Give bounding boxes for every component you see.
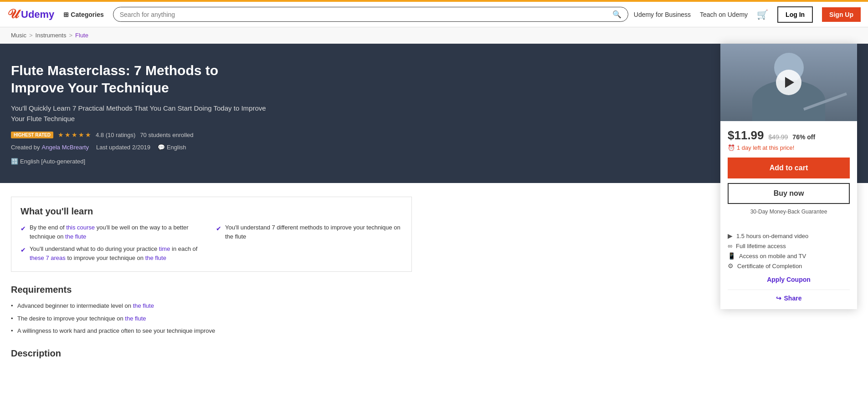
req-item-3: A willingness to work hard and practice … <box>11 326 412 336</box>
include-certificate: ⚙ Certificate of Completion <box>728 262 850 270</box>
certificate-icon: ⚙ <box>728 262 734 270</box>
star-4: ★ <box>78 131 84 138</box>
logo-text: Udemy <box>21 9 54 20</box>
apply-coupon: Apply Coupon <box>728 276 850 283</box>
description-section: Description <box>11 348 412 359</box>
stars: ★ ★ ★ ★ ★ <box>58 131 91 138</box>
include-mobile-text: Access on mobile and TV <box>739 253 806 259</box>
header: 𝒰 Udemy ⊞ Categories 🔍 Udemy for Busines… <box>0 2 868 27</box>
hero-content: Flute Masterclass: 7 Methods to Improve … <box>11 62 421 165</box>
hero-info: Created by Angela McBrearty Last updated… <box>11 144 266 165</box>
business-link[interactable]: Udemy for Business <box>634 11 691 18</box>
include-mobile: 📱 Access on mobile and TV <box>728 252 850 259</box>
created-by-label: Created by <box>11 144 40 151</box>
hero-section: 🎁 Gift This Course 🤍 Wishlist Flute Mast… <box>0 44 868 183</box>
learn-grid: ✔ By the end of this course you'll be we… <box>21 223 402 262</box>
creator-info: Created by Angela McBrearty <box>11 144 89 151</box>
rating-count: (10 ratings) <box>106 132 136 138</box>
star-3: ★ <box>72 131 77 138</box>
captions-value: English [Auto-generated] <box>20 158 85 165</box>
header-links: Udemy for Business Teach on Udemy 🛒 Log … <box>634 6 861 23</box>
hero-meta: HIGHEST RATED ★ ★ ★ ★ ★ 4.8 (10 ratings)… <box>11 131 266 138</box>
clock-icon: ⏰ <box>728 144 735 151</box>
star-1: ★ <box>58 131 64 138</box>
include-access: ∞ Full lifetime access <box>728 242 850 249</box>
sidebar-card: Preview this course $11.99 $49.99 76% of… <box>720 44 857 309</box>
categories-label: Categories <box>71 11 103 18</box>
include-video: ▶ 1.5 hours on-demand video <box>728 232 850 239</box>
learn-text-1: By the end of this course you'll be well… <box>30 223 207 241</box>
video-icon: ▶ <box>728 232 733 239</box>
share-button[interactable]: ↪ Share <box>776 295 802 302</box>
learn-item-1: ✔ By the end of this course you'll be we… <box>21 223 207 241</box>
learn-box: What you'll learn ✔ By the end of this c… <box>11 197 412 272</box>
teach-link[interactable]: Teach on Udemy <box>700 11 748 18</box>
logo[interactable]: 𝒰 Udemy <box>7 7 54 22</box>
includes-title: This course includes <box>728 221 850 229</box>
breadcrumb-instruments[interactable]: Instruments <box>36 32 67 39</box>
urgency-message: 1 day left at this price! <box>737 144 794 151</box>
instructor-link[interactable]: Angela McBrearty <box>42 144 89 151</box>
last-updated-value: 2/2019 <box>132 144 150 151</box>
infinity-icon: ∞ <box>728 242 732 249</box>
highest-rated-badge: HIGHEST RATED <box>11 132 53 138</box>
captions-icon: 🔡 <box>11 158 18 165</box>
last-updated-label: Last updated <box>96 144 130 151</box>
learn-text-3: You'll understand 7 different methods to… <box>225 223 402 241</box>
course-subtitle: You'll Quickly Learn 7 Practical Methods… <box>11 103 266 124</box>
language-value: English <box>167 144 186 151</box>
share-icon: ↪ <box>776 295 781 302</box>
breadcrumb-sep-2: > <box>69 32 72 39</box>
share-label: Share <box>784 295 802 302</box>
course-title: Flute Masterclass: 7 Methods to Improve … <box>11 62 266 96</box>
requirements-list: Advanced beginner to intermediate level … <box>11 301 412 336</box>
logo-icon: 𝒰 <box>7 7 18 22</box>
search-icon[interactable]: 🔍 <box>612 10 621 19</box>
captions-info: 🔡 English [Auto-generated] <box>11 158 85 165</box>
include-access-text: Full lifetime access <box>736 243 786 249</box>
cart-icon[interactable]: 🛒 <box>757 9 768 20</box>
sidebar: Preview this course $11.99 $49.99 76% of… <box>720 44 857 309</box>
play-button[interactable] <box>776 70 801 95</box>
description-title: Description <box>11 348 412 359</box>
learn-title: What you'll learn <box>21 206 402 217</box>
divider <box>728 290 850 290</box>
original-price: $49.99 <box>769 133 788 141</box>
add-to-cart-button[interactable]: Add to cart <box>728 158 850 178</box>
learn-item-3: ✔ You'll understand 7 different methods … <box>216 223 402 241</box>
discount-badge: 76% off <box>792 133 815 141</box>
star-5: ★ <box>85 131 91 138</box>
req-item-1: Advanced beginner to intermediate level … <box>11 301 412 310</box>
play-icon <box>785 77 794 88</box>
check-icon-1: ✔ <box>21 224 26 234</box>
share-row: ↪ Share <box>728 295 850 302</box>
star-2: ★ <box>65 131 71 138</box>
include-video-text: 1.5 hours on-demand video <box>736 233 808 239</box>
breadcrumb-music[interactable]: Music <box>11 32 26 39</box>
apply-coupon-link[interactable]: Apply Coupon <box>767 276 811 283</box>
req-item-2: The desire to improve your technique on … <box>11 314 412 323</box>
mobile-icon: 📱 <box>728 252 735 259</box>
price-row: $11.99 $49.99 76% off <box>728 128 850 142</box>
guarantee-text: 30-Day Money-Back Guarantee <box>728 209 850 215</box>
urgency-text: ⏰ 1 day left at this price! <box>728 144 850 151</box>
search-input[interactable] <box>120 11 609 18</box>
last-updated-info: Last updated 2/2019 <box>96 144 150 151</box>
breadcrumb: Music > Instruments > Flute <box>0 27 868 44</box>
login-button[interactable]: Log In <box>777 6 813 23</box>
course-preview-thumbnail[interactable]: Preview this course <box>720 44 857 121</box>
requirements-title: Requirements <box>11 285 412 295</box>
current-price: $11.99 <box>728 128 764 142</box>
search-bar: 🔍 <box>113 7 628 22</box>
check-icon-2: ✔ <box>21 245 26 255</box>
requirements-section: Requirements Advanced beginner to interm… <box>11 285 412 336</box>
grid-icon: ⊞ <box>63 11 69 18</box>
signup-button[interactable]: Sign Up <box>822 7 861 22</box>
breadcrumb-flute: Flute <box>75 32 88 39</box>
buy-now-button[interactable]: Buy now <box>728 183 850 204</box>
categories-button[interactable]: ⊞ Categories <box>60 8 107 21</box>
language-info: 💬 English <box>158 144 186 151</box>
learn-text-2: You'll understand what to do during your… <box>30 244 207 262</box>
comment-icon: 💬 <box>158 144 165 151</box>
include-certificate-text: Certificate of Completion <box>737 263 802 270</box>
